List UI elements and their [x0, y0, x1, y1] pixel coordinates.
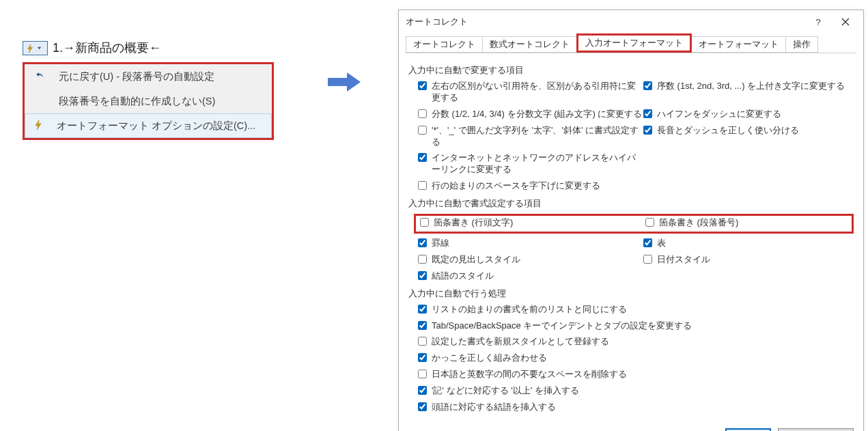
checkbox-label: 箇条書き (行頭文字): [434, 217, 513, 229]
checkbox-bullet-list[interactable]: 箇条書き (行頭文字): [420, 217, 645, 229]
checkbox-long-sound-dash[interactable]: 長音とダッシュを正しく使い分ける: [643, 125, 854, 148]
checkbox-number-list[interactable]: 箇条書き (段落番号): [645, 217, 848, 229]
checkbox-label: 設定した書式を新規スタイルとして登録する: [432, 336, 609, 348]
checkbox-label: 日付スタイル: [657, 254, 710, 266]
checkbox-closing-style[interactable]: 結語のスタイル: [418, 270, 643, 282]
checkbox-label: インターネットとネットワークのアドレスをハイパーリンクに変更する: [432, 152, 643, 176]
tab-row: オートコレクト 数式オートコレクト 入力オートフォーマット オートフォーマット …: [399, 33, 863, 53]
checkbox-date-style[interactable]: 日付スタイル: [643, 254, 854, 266]
checkbox-heading-style[interactable]: 既定の見出しスタイル: [418, 254, 643, 266]
checkbox-label: Tab/Space/BackSpace キーでインデントとタブの設定を変更する: [432, 320, 692, 332]
highlighted-bullet-row: 箇条書き (行頭文字) 箇条書き (段落番号): [414, 214, 854, 234]
checkbox-label: 箇条書き (段落番号): [659, 217, 738, 229]
lightning-icon: [25, 120, 51, 133]
menu-autoformat-options[interactable]: オートフォーマット オプションの設定(C)...: [25, 113, 272, 138]
help-button[interactable]: ?: [804, 12, 832, 31]
checkbox-table[interactable]: 表: [643, 238, 854, 249]
section-title-replace: 入力中に自動で変更する項目: [408, 64, 854, 77]
checkbox-border[interactable]: 罫線: [418, 238, 643, 249]
dialog-title: オートコレクト: [406, 16, 468, 28]
tab-actions[interactable]: 操作: [785, 36, 818, 53]
section-replace-grid: 左右の区別がない引用符を、区別がある引用符に変更する 序数 (1st, 2nd,…: [418, 81, 854, 192]
autocorrect-dialog: オートコレクト ? オートコレクト 数式オートコレクト 入力オートフォーマット …: [398, 10, 864, 431]
menu-label: 段落番号を自動的に作成しない(S): [59, 95, 215, 108]
document-line: 1.→新商品の概要←: [53, 40, 161, 56]
smart-tag-button[interactable]: [23, 41, 48, 55]
checkbox-label: 分数 (1/2, 1/4, 3/4) を分数文字 (組み文字) に変更する: [432, 109, 642, 120]
ok-button[interactable]: OK: [725, 428, 771, 431]
divider: [406, 53, 856, 53]
checkbox-label: '*'、'_' で囲んだ文字列を '太字'、'斜体' に書式設定する: [432, 125, 643, 148]
checkbox-insert-closing[interactable]: '記' などに対応する '以上' を挿入する: [418, 385, 854, 397]
checkbox-label: '記' などに対応する '以上' を挿入する: [432, 385, 579, 397]
tab-math-autocorrect[interactable]: 数式オートコレクト: [482, 36, 577, 53]
menu-label: 元に戻す(U) - 段落番号の自動設定: [59, 70, 214, 83]
lightning-icon: [25, 44, 35, 53]
dialog-titlebar: オートコレクト ?: [399, 10, 863, 33]
checkbox-list-format[interactable]: リストの始まりの書式を前のリストと同じにする: [418, 304, 854, 316]
tab-autocorrect[interactable]: オートコレクト: [406, 36, 483, 53]
checkbox-tab-indent[interactable]: Tab/Space/BackSpace キーでインデントとタブの設定を変更する: [418, 320, 854, 332]
checkbox-label: 頭語に対応する結語を挿入する: [432, 402, 556, 413]
close-button[interactable]: [832, 12, 859, 31]
dialog-footer: OK キャンセル: [399, 421, 863, 431]
arrow-right-icon: [328, 70, 361, 94]
section-apply-grid: 罫線 表 既定の見出しスタイル 日付スタイル 結語のスタイル: [418, 238, 854, 282]
checkbox-label: リストの始まりの書式を前のリストと同じにする: [432, 304, 627, 316]
tab-autoformat[interactable]: オートフォーマット: [691, 36, 786, 53]
checkbox-match-brackets[interactable]: かっこを正しく組み合わせる: [418, 352, 854, 364]
section-auto-list: リストの始まりの書式を前のリストと同じにする Tab/Space/BackSpa…: [418, 304, 854, 413]
checkbox-indent-spaces[interactable]: 行の始まりのスペースを字下げに変更する: [418, 180, 643, 192]
section-title-apply: 入力中に自動で書式設定する項目: [408, 197, 854, 210]
checkbox-ordinals[interactable]: 序数 (1st, 2nd, 3rd, ...) を上付き文字に変更する: [643, 81, 854, 104]
cancel-button[interactable]: キャンセル: [778, 428, 854, 431]
menu-label: オートフォーマット オプションの設定(C)...: [57, 120, 255, 133]
checkbox-smart-quotes[interactable]: 左右の区別がない引用符を、区別がある引用符に変更する: [418, 81, 643, 104]
dialog-body: 入力中に自動で変更する項目 左右の区別がない引用符を、区別がある引用符に変更する…: [399, 59, 863, 421]
checkbox-hyperlinks[interactable]: インターネットとネットワークのアドレスをハイパーリンクに変更する: [418, 152, 643, 176]
checkbox-label: かっこを正しく組み合わせる: [432, 352, 547, 364]
checkbox-label: 長音とダッシュを正しく使い分ける: [657, 125, 799, 137]
menu-stop-autonumber[interactable]: 段落番号を自動的に作成しない(S): [27, 89, 269, 113]
section-title-auto: 入力中に自動で行う処理: [408, 288, 854, 300]
checkbox-label: 左右の区別がない引用符を、区別がある引用符に変更する: [432, 81, 643, 104]
checkbox-bold-italic[interactable]: '*'、'_' で囲んだ文字列を '太字'、'斜体' に書式設定する: [418, 125, 643, 148]
checkbox-label: 既定の見出しスタイル: [432, 254, 520, 266]
autoformat-options-menu: 元に戻す(U) - 段落番号の自動設定 段落番号を自動的に作成しない(S) オー…: [23, 62, 274, 140]
checkbox-new-style[interactable]: 設定した書式を新規スタイルとして登録する: [418, 336, 854, 348]
checkbox-label: 結語のスタイル: [432, 270, 494, 282]
close-icon: [841, 18, 850, 26]
checkbox-label: 罫線: [432, 238, 449, 249]
undo-icon: [27, 70, 53, 83]
checkbox-remove-spaces[interactable]: 日本語と英数字の間の不要なスペースを削除する: [418, 369, 854, 380]
checkbox-insert-salutation-reply[interactable]: 頭語に対応する結語を挿入する: [418, 402, 854, 413]
checkbox-label: ハイフンをダッシュに変更する: [657, 109, 781, 120]
tab-autoformat-as-you-type[interactable]: 入力オートフォーマット: [576, 33, 692, 53]
caret-down-icon: [37, 46, 42, 51]
checkbox-label: 日本語と英数字の間の不要なスペースを削除する: [432, 369, 627, 380]
checkbox-fractions[interactable]: 分数 (1/2, 1/4, 3/4) を分数文字 (組み文字) に変更する: [418, 109, 643, 120]
checkbox-label: 表: [657, 238, 666, 249]
checkbox-hyphen-dash[interactable]: ハイフンをダッシュに変更する: [643, 109, 854, 120]
checkbox-label: 行の始まりのスペースを字下げに変更する: [432, 180, 600, 192]
checkbox-label: 序数 (1st, 2nd, 3rd, ...) を上付き文字に変更する: [657, 81, 845, 92]
menu-undo-autonumber[interactable]: 元に戻す(U) - 段落番号の自動設定: [27, 64, 269, 89]
